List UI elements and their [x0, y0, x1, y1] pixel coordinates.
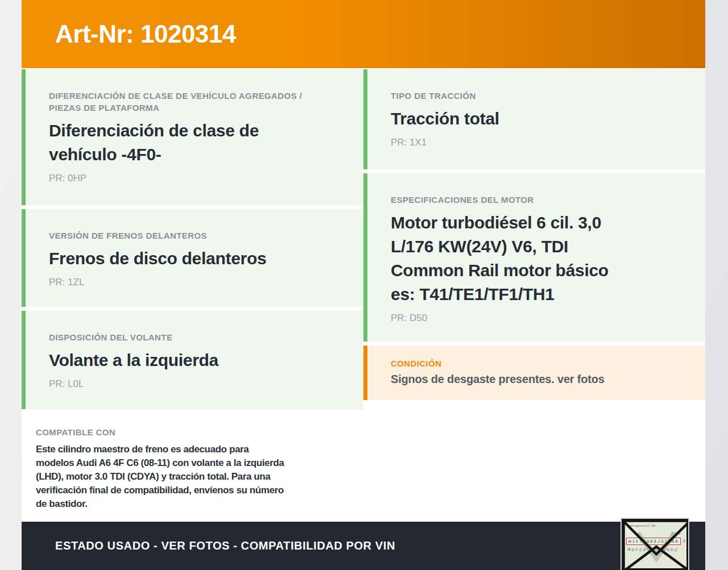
spec-title: Tracción total: [391, 107, 682, 131]
spec-title: Diferenciación de clase de vehículo -4F0…: [49, 119, 341, 167]
spec-label: ESPECIFICACIONES DEL MOTOR: [391, 194, 682, 206]
spec-card-steering: DISPOSICIÓN DEL VOLANTE Volante a la izq…: [22, 311, 363, 409]
spec-title: Frenos de disco delanteros: [49, 247, 341, 271]
compatibility-text: Este cilindro maestro de freno es adecua…: [36, 443, 350, 511]
condition-label: CONDICIÓN: [391, 357, 682, 369]
spec-columns: DIFERENCIACIÓN DE CLASE DE VEHÍCULO AGRE…: [22, 69, 705, 520]
compatibility-label: COMPATIBLE CON: [36, 426, 350, 438]
spec-label: TIPO DE TRACCIÓN: [391, 90, 682, 102]
condition-text: Signos de desgaste presentes. ver fotos: [391, 373, 682, 386]
header-banner: Art-Nr: 1020314: [22, 0, 705, 68]
pr-code: PR: 1X1: [391, 137, 682, 148]
condition-card: CONDICIÓN Signos de desgaste presentes. …: [363, 346, 705, 400]
pr-code: PR: 1ZL: [49, 277, 341, 288]
spec-card-vehicle-class: DIFERENCIACIÓN DE CLASE DE VEHÍCULO AGRE…: [22, 69, 363, 205]
pr-code: PR: L0L: [49, 378, 341, 390]
article-number-title: Art-Nr: 1020314: [55, 20, 236, 48]
spec-title: Volante a la izquierda: [49, 348, 341, 372]
spec-card-front-brakes: VERSIÓN DE FRENOS DELANTEROS Frenos de d…: [22, 209, 363, 307]
spec-title: Motor turbodiésel 6 cil. 3,0 L/176 KW(24…: [391, 211, 682, 306]
envelope-icon: [623, 521, 688, 570]
footer-bar: ESTADO USADO - VER FOTOS - COMPATIBILIDA…: [22, 522, 705, 570]
footer-notice: ESTADO USADO - VER FOTOS - COMPATIBILIDA…: [55, 539, 395, 552]
spec-card-engine: ESPECIFICACIONES DEL MOTOR Motor turbodi…: [363, 173, 705, 342]
vin-document-thumbnail: Fahrgestell-Nr. AiA W1571463J31248 7 Mer…: [622, 519, 688, 570]
spec-card-traction: TIPO DE TRACCIÓN Tracción total PR: 1X1: [363, 69, 705, 169]
pr-code: PR: D50: [391, 313, 682, 324]
pr-code: PR: 0HP: [49, 173, 341, 184]
right-column: TIPO DE TRACCIÓN Tracción total PR: 1X1 …: [363, 69, 705, 520]
left-column: DIFERENCIACIÓN DE CLASE DE VEHÍCULO AGRE…: [22, 69, 363, 520]
spec-label: DIFERENCIACIÓN DE CLASE DE VEHÍCULO AGRE…: [49, 90, 341, 114]
spec-label: VERSIÓN DE FRENOS DELANTEROS: [49, 230, 341, 242]
compatibility-card: COMPATIBLE CON Este cilindro maestro de …: [22, 413, 363, 520]
listing-page: Art-Nr: 1020314 DIFERENCIACIÓN DE CLASE …: [22, 0, 705, 570]
spec-label: DISPOSICIÓN DEL VOLANTE: [49, 331, 341, 343]
